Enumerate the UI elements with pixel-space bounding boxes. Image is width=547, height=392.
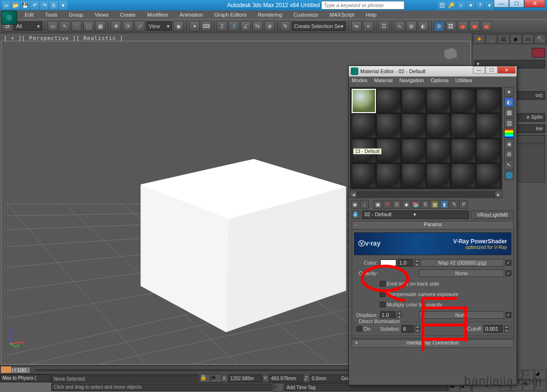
displace-spinner[interactable]: ▴▾ (397, 311, 402, 319)
minimize-button[interactable]: — (494, 0, 509, 8)
hierarchy-tab-icon[interactable]: 品 (498, 34, 509, 44)
sample-slot[interactable] (451, 114, 475, 138)
me-menu-material[interactable]: Material (374, 77, 393, 85)
menu-rendering[interactable]: Rendering (252, 11, 288, 19)
sample-slot[interactable] (402, 139, 426, 163)
material-name-input[interactable]: 02 - Default ▾ (362, 210, 469, 219)
make-unique-icon[interactable]: ◆ (402, 200, 411, 209)
maxscript-mini-listener[interactable]: Max to Physcs ( (0, 374, 51, 382)
backlight-icon[interactable]: ◐ (504, 97, 514, 107)
mirror-icon[interactable]: ⇋ (351, 21, 362, 31)
opacity-map-enable-checkbox[interactable] (506, 270, 511, 276)
motion-tab-icon[interactable]: ◉ (510, 34, 522, 44)
maximize-button[interactable]: ☐ (509, 0, 524, 8)
qat-project-icon[interactable]: ⎘ (49, 1, 58, 10)
selection-filter-dropdown[interactable]: All▾ (14, 21, 42, 31)
sample-slot[interactable] (476, 163, 500, 188)
teapot-icon[interactable]: 🫖 (470, 21, 480, 31)
video-color-icon[interactable] (504, 129, 514, 138)
sample-slot[interactable] (352, 114, 376, 138)
x-coord-input[interactable]: 1202.688m (228, 374, 262, 382)
displace-map-button[interactable]: None (419, 311, 504, 319)
direct-illum-on-checkbox[interactable] (356, 326, 362, 332)
qat-undo-icon[interactable]: ↶ (30, 1, 39, 10)
sample-slot[interactable] (402, 163, 426, 188)
menu-create[interactable]: Create (114, 11, 141, 19)
infocenter-icon[interactable]: ⚿ (438, 1, 446, 10)
put-to-scene-icon[interactable]: ↓ (360, 200, 369, 209)
menu-help[interactable]: Help (360, 11, 383, 19)
get-material-icon[interactable]: ◉ (351, 200, 359, 209)
sample-scroll[interactable]: ◂▸ (350, 191, 502, 198)
me-menu-utilities[interactable]: Utilities (455, 77, 472, 85)
params-rollout-header[interactable]: -Params (352, 221, 514, 229)
display-tab-icon[interactable]: ▭ (522, 34, 534, 44)
color-swatch[interactable] (380, 259, 396, 266)
cutoff-input[interactable]: 0.001 (484, 325, 503, 333)
compensate-exposure-checkbox[interactable] (380, 291, 385, 297)
sample-slot[interactable] (426, 89, 451, 113)
sample-slot[interactable] (352, 163, 376, 188)
favorite-icon[interactable]: ✦ (466, 1, 475, 10)
sample-slot[interactable] (451, 163, 475, 188)
pivot-icon[interactable]: ◉ (173, 21, 184, 31)
make-copy-icon[interactable]: ⎘ (393, 200, 401, 209)
snap2d-icon[interactable]: 2 (217, 21, 227, 31)
curve-editor-icon[interactable]: ∿ (394, 21, 405, 31)
select-by-material-icon[interactable]: ↖ (504, 160, 514, 170)
ref-coord-dropdown[interactable]: View▾ (146, 21, 172, 31)
region-rect-icon[interactable]: ▢ (83, 21, 94, 31)
sample-slot[interactable] (376, 163, 401, 188)
lock-selection-icon[interactable]: 🔒 (200, 374, 210, 382)
application-menu-button[interactable]: Ⓢ (1, 10, 17, 25)
modify-tab-icon[interactable]: ◡ (486, 34, 498, 44)
menu-maxscript[interactable]: MAXScript (324, 11, 360, 19)
options-icon[interactable]: ⚙ (504, 150, 514, 159)
menu-modifiers[interactable]: Modifiers (141, 11, 174, 19)
manipulate-icon[interactable]: ✦ (189, 21, 200, 31)
qat-new-icon[interactable]: ▱ (2, 1, 10, 10)
dialog-minimize-button[interactable]: — (473, 66, 485, 74)
color-map-button[interactable]: Map #2 (000000.jpg) (421, 259, 504, 267)
snap3d-icon[interactable]: 3 (229, 21, 239, 31)
opacity-map-button[interactable]: None (419, 269, 504, 277)
material-editor-icon[interactable]: ◐ (418, 21, 429, 31)
key-icon[interactable]: 🔑 (447, 1, 456, 10)
dialog-maximize-button[interactable]: ☐ (485, 66, 498, 74)
sample-type-icon[interactable]: ● (504, 87, 514, 96)
me-menu-navigation[interactable]: Navigation (399, 77, 424, 85)
dialog-titlebar[interactable]: Material Editor - 02 - Default — ☐ ✕ (349, 66, 517, 76)
assign-to-selection-icon[interactable]: ▣ (374, 200, 382, 209)
menu-views[interactable]: Views (89, 11, 114, 19)
go-forward-icon[interactable]: ↱ (459, 200, 468, 209)
menu-animation[interactable]: Animation (174, 11, 209, 19)
pick-material-icon[interactable]: 💧 (352, 210, 360, 219)
named-selection-dropdown[interactable]: Create Selection Se▾ (292, 21, 346, 31)
mental-ray-rollout-header[interactable]: +mental ray Connection (352, 339, 514, 348)
sample-slot[interactable] (451, 89, 475, 113)
make-preview-icon[interactable]: ◈ (504, 139, 514, 149)
scale-icon[interactable]: ⤢ (134, 21, 145, 31)
render-frame-icon[interactable]: 🖼 (446, 21, 456, 31)
layers-icon[interactable]: ☰ (379, 21, 389, 31)
percent-snap-icon[interactable]: % (252, 21, 263, 31)
utilities-tab-icon[interactable]: 🔨 (534, 34, 546, 44)
render-setup-icon[interactable]: ⚙ (434, 21, 444, 31)
cutoff-spinner[interactable]: ▴▾ (504, 325, 509, 333)
material-id-icon[interactable]: 0 (421, 200, 430, 209)
qat-more-icon[interactable]: ▾ (59, 1, 67, 10)
qat-open-icon[interactable]: 📂 (11, 1, 20, 10)
sample-slot-1[interactable] (352, 89, 376, 113)
sample-slot[interactable] (426, 114, 451, 138)
menu-edit[interactable]: Edit (19, 11, 39, 19)
align-icon[interactable]: ≡ (363, 21, 374, 31)
select-icon[interactable]: ▭ (48, 21, 58, 31)
displace-value-input[interactable]: 1.0 (380, 311, 395, 319)
sample-uv-icon[interactable]: ▥ (504, 118, 514, 128)
dialog-close-button[interactable]: ✕ (498, 66, 516, 74)
select-name-icon[interactable]: ⬚ (71, 21, 82, 31)
menu-group[interactable]: Group (63, 11, 89, 19)
rotate-icon[interactable]: ⟳ (123, 21, 133, 31)
sample-slot[interactable] (476, 114, 500, 138)
me-menu-modes[interactable]: Modes (352, 77, 367, 85)
